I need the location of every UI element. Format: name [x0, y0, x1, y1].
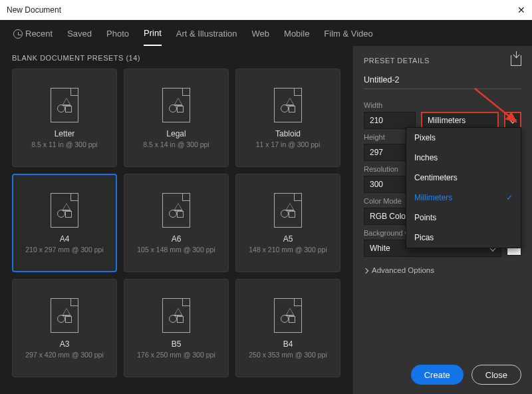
units-option[interactable]: Pixels	[406, 128, 521, 148]
units-option[interactable]: Inches	[406, 148, 521, 168]
tab-saved[interactable]: Saved	[67, 29, 92, 45]
titlebar: New Document ✕	[0, 0, 532, 20]
preset-meta: 105 x 148 mm @ 300 ppi	[137, 246, 215, 254]
tab-photo[interactable]: Photo	[106, 29, 129, 45]
units-option[interactable]: Points	[406, 208, 521, 228]
presets-heading: BLANK DOCUMENT PRESETS (14)	[12, 54, 340, 62]
dialog-footer: Create Close	[352, 357, 532, 394]
preset-card[interactable]: Letter8.5 x 11 in @ 300 ppi	[12, 69, 117, 167]
document-name-input[interactable]	[364, 74, 521, 89]
preset-card[interactable]: Tabloid11 x 17 in @ 300 ppi	[235, 69, 340, 167]
units-option[interactable]: Millimeters✓	[406, 188, 521, 208]
preset-meta: 8.5 x 11 in @ 300 ppi	[31, 140, 97, 148]
preset-name: Tabloid	[275, 129, 301, 138]
close-button[interactable]: Close	[471, 365, 521, 385]
category-tabs: Recent Saved Photo Print Art & Illustrat…	[0, 20, 532, 46]
preset-meta: 176 x 250 mm @ 300 ppi	[137, 351, 215, 359]
document-icon	[51, 88, 78, 122]
document-icon	[162, 88, 190, 122]
chevron-down-icon	[509, 116, 516, 123]
preset-name: Legal	[166, 129, 186, 138]
document-icon	[162, 298, 190, 333]
preset-card[interactable]: B5176 x 250 mm @ 300 ppi	[124, 279, 229, 377]
document-icon	[274, 298, 302, 333]
preset-name: Letter	[55, 129, 75, 138]
preset-name: A3	[60, 339, 70, 349]
preset-meta: 210 x 297 mm @ 300 ppi	[25, 246, 103, 254]
advanced-options-toggle[interactable]: Advanced Options	[364, 266, 521, 274]
save-preset-icon[interactable]	[511, 55, 521, 66]
tab-recent[interactable]: Recent	[13, 29, 53, 45]
tab-film[interactable]: Film & Video	[324, 29, 372, 45]
width-label: Width	[364, 101, 521, 109]
preset-name: A5	[283, 234, 293, 244]
preset-card[interactable]: A6105 x 148 mm @ 300 ppi	[124, 174, 229, 272]
preset-name: A4	[60, 234, 70, 244]
preset-card[interactable]: A4210 x 297 mm @ 300 ppi	[12, 174, 117, 272]
tab-web[interactable]: Web	[252, 29, 270, 45]
window-title: New Document	[7, 5, 61, 15]
preset-name: A6	[172, 234, 182, 244]
chevron-right-icon	[363, 268, 368, 274]
document-icon	[162, 193, 190, 228]
preset-name: B5	[172, 339, 182, 349]
preset-card[interactable]: B4250 x 353 mm @ 300 ppi	[235, 279, 340, 377]
preset-meta: 297 x 420 mm @ 300 ppi	[25, 351, 103, 359]
preset-grid: Letter8.5 x 11 in @ 300 ppiLegal8.5 x 14…	[12, 69, 340, 377]
document-icon	[274, 88, 302, 122]
preset-name: B4	[283, 339, 293, 349]
units-option[interactable]: Picas	[406, 228, 521, 248]
document-icon	[274, 193, 302, 228]
units-value: Millimeters	[428, 116, 466, 125]
document-icon	[51, 193, 78, 228]
preset-card[interactable]: A5148 x 210 mm @ 300 ppi	[235, 174, 340, 272]
tab-art[interactable]: Art & Illustration	[176, 29, 237, 45]
check-icon: ✓	[506, 193, 513, 202]
tab-print[interactable]: Print	[144, 28, 162, 46]
units-option[interactable]: Centimeters	[406, 168, 521, 188]
preset-card[interactable]: Legal8.5 x 14 in @ 300 ppi	[124, 69, 229, 167]
close-icon[interactable]: ✕	[517, 5, 525, 15]
document-icon	[51, 298, 78, 333]
preset-meta: 250 x 353 mm @ 300 ppi	[249, 351, 327, 359]
units-dropdown-menu: PixelsInchesCentimetersMillimeters✓Point…	[406, 127, 521, 248]
preset-meta: 11 x 17 in @ 300 ppi	[256, 140, 320, 148]
preset-card[interactable]: A3297 x 420 mm @ 300 ppi	[12, 279, 117, 377]
create-button[interactable]: Create	[411, 365, 464, 385]
details-heading: PRESET DETAILS	[364, 57, 430, 65]
preset-details-panel: PRESET DETAILS Width Millimeters Height …	[352, 46, 532, 393]
clock-icon	[13, 29, 23, 39]
preset-meta: 148 x 210 mm @ 300 ppi	[249, 246, 327, 254]
tab-mobile[interactable]: Mobile	[284, 29, 309, 45]
preset-meta: 8.5 x 14 in @ 300 ppi	[143, 140, 209, 148]
